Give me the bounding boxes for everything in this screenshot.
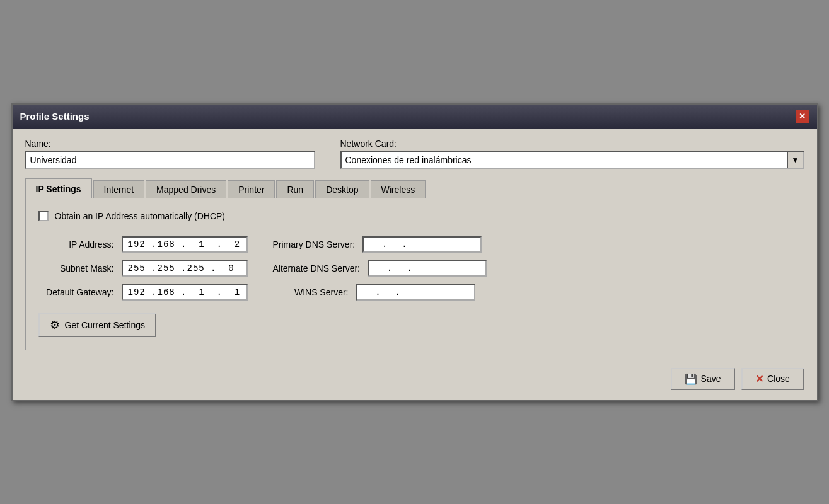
subnet-mask-row: Subnet Mask: xyxy=(38,260,248,277)
get-current-settings-button[interactable]: ⚙ Get Current Settings xyxy=(38,313,157,337)
close-button[interactable]: ✕ Close xyxy=(741,368,804,390)
default-gateway-label: Default Gateway: xyxy=(38,287,114,297)
network-select-wrapper: ▼ xyxy=(340,151,804,169)
ip-address-input[interactable] xyxy=(122,236,248,253)
dhcp-checkbox-row: Obtain an IP Address automatically (DHCP… xyxy=(38,211,791,221)
save-icon: 💾 xyxy=(685,373,697,385)
tab-run[interactable]: Run xyxy=(276,180,314,198)
tab-internet[interactable]: Internet xyxy=(93,180,144,198)
dialog-footer: 💾 Save ✕ Close xyxy=(13,360,817,400)
ip-right-column: Primary DNS Server: Alternate DNS Server… xyxy=(273,236,487,301)
subnet-mask-input[interactable] xyxy=(122,260,248,277)
gear-icon: ⚙ xyxy=(50,318,60,332)
save-label: Save xyxy=(701,374,721,384)
network-card-label: Network Card: xyxy=(340,139,804,149)
network-card-input[interactable] xyxy=(340,151,787,169)
ip-address-label: IP Address: xyxy=(38,239,114,249)
get-settings-label: Get Current Settings xyxy=(65,320,146,330)
primary-dns-input[interactable] xyxy=(362,236,482,253)
wins-server-label: WINS Server: xyxy=(273,287,349,297)
dialog-body: Name: Network Card: ▼ IP Settings Intern… xyxy=(13,129,817,360)
title-bar: Profile Settings ✕ xyxy=(13,105,817,129)
subnet-mask-label: Subnet Mask: xyxy=(38,263,114,273)
tab-content-ip-settings: Obtain an IP Address automatically (DHCP… xyxy=(25,198,804,350)
tab-mapped-drives[interactable]: Mapped Drives xyxy=(146,180,226,198)
tab-desktop[interactable]: Desktop xyxy=(315,180,369,198)
default-gateway-row: Default Gateway: xyxy=(38,284,248,301)
ip-fields-grid: IP Address: Subnet Mask: Default Gateway… xyxy=(38,236,791,301)
tabs-container: IP Settings Internet Mapped Drives Print… xyxy=(25,178,804,198)
tab-printer[interactable]: Printer xyxy=(228,180,275,198)
network-card-group: Network Card: ▼ xyxy=(340,139,804,169)
name-label: Name: xyxy=(25,139,315,149)
tab-wireless[interactable]: Wireless xyxy=(371,180,426,198)
tab-ip-settings[interactable]: IP Settings xyxy=(25,178,92,198)
ip-left-column: IP Address: Subnet Mask: Default Gateway… xyxy=(38,236,248,301)
wins-server-input[interactable] xyxy=(356,284,475,301)
default-gateway-input[interactable] xyxy=(122,284,248,301)
name-input[interactable] xyxy=(25,151,315,169)
save-button[interactable]: 💾 Save xyxy=(671,368,735,390)
dialog-title: Profile Settings xyxy=(20,111,90,122)
close-label: Close xyxy=(767,374,790,384)
network-card-dropdown-button[interactable]: ▼ xyxy=(787,151,804,169)
name-group: Name: xyxy=(25,139,315,169)
alternate-dns-input[interactable] xyxy=(368,260,487,277)
title-close-button[interactable]: ✕ xyxy=(796,110,809,123)
wins-server-row: WINS Server: xyxy=(273,284,487,301)
primary-dns-label: Primary DNS Server: xyxy=(273,239,356,249)
dhcp-label: Obtain an IP Address automatically (DHCP… xyxy=(55,211,226,221)
ip-address-row: IP Address: xyxy=(38,236,248,253)
close-x-icon: ✕ xyxy=(755,373,763,385)
dhcp-checkbox[interactable] xyxy=(38,211,49,221)
alternate-dns-label: Alternate DNS Server: xyxy=(273,263,361,273)
profile-settings-dialog: Profile Settings ✕ Name: Network Card: ▼… xyxy=(11,103,818,401)
primary-dns-row: Primary DNS Server: xyxy=(273,236,487,253)
form-row-name-network: Name: Network Card: ▼ xyxy=(25,139,804,169)
alternate-dns-row: Alternate DNS Server: xyxy=(273,260,487,277)
